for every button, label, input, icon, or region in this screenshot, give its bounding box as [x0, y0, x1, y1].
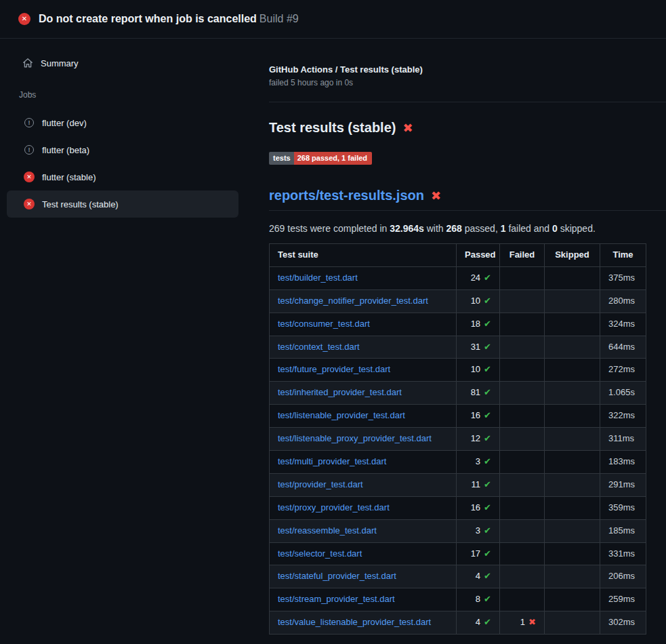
passed-count: 3 — [476, 525, 480, 536]
sidebar-job-item[interactable]: flutter (dev) — [7, 109, 238, 136]
failed-cell — [500, 451, 545, 474]
failed-cell — [500, 336, 545, 359]
test-suite-link[interactable]: test/reassemble_test.dart — [278, 525, 377, 536]
test-suite-link[interactable]: test/stream_provider_test.dart — [278, 594, 395, 604]
skipped-cell — [545, 313, 600, 336]
table-row: test/consumer_test.dart 18 324ms — [270, 313, 646, 336]
passed-count: 12 — [471, 433, 480, 443]
main-content: GitHub Actions / Test results (stable) f… — [251, 39, 666, 644]
sidebar-job-item[interactable]: Test results (stable) — [7, 190, 238, 218]
failed-cell — [500, 473, 545, 496]
suite-cell: test/proxy_provider_test.dart — [270, 496, 457, 519]
skipped-cell — [545, 496, 600, 519]
suite-cell: test/consumer_test.dart — [270, 313, 457, 336]
sidebar: Summary Jobs flutter (dev) flutter (beta… — [0, 39, 251, 218]
col-header-failed: Failed — [500, 244, 545, 267]
run-header: Do not create report when job is cancell… — [0, 0, 666, 39]
time-cell: 331ms — [600, 542, 646, 565]
page-layout: Summary Jobs flutter (dev) flutter (beta… — [0, 39, 666, 644]
failed-cell — [500, 359, 545, 382]
badge-value: 268 passed, 1 failed — [294, 152, 372, 165]
test-suite-link[interactable]: test/multi_provider_test.dart — [278, 456, 386, 466]
time-cell: 259ms — [600, 588, 646, 611]
jobs-section-label: Jobs — [19, 90, 238, 100]
test-suite-link[interactable]: test/consumer_test.dart — [278, 319, 370, 329]
sidebar-job-item[interactable]: flutter (stable) — [7, 163, 238, 190]
suite-cell: test/provider_test.dart — [270, 473, 457, 496]
test-suite-link[interactable]: test/change_notifier_provider_test.dart — [278, 296, 428, 306]
time-cell: 311ms — [600, 428, 646, 451]
passed-count: 24 — [471, 273, 480, 283]
check-icon — [484, 594, 491, 604]
passed-count: 81 — [471, 387, 480, 397]
x-circle-icon — [24, 172, 35, 182]
passed-cell: 10 — [457, 359, 500, 382]
section-title: Test results (stable) — [269, 120, 666, 136]
table-row: test/stateful_provider_test.dart 4 206ms — [270, 565, 646, 588]
check-icon — [484, 617, 491, 627]
table-row: test/multi_provider_test.dart 3 183ms — [270, 451, 646, 474]
test-suite-link[interactable]: test/value_listenable_provider_test.dart — [278, 617, 431, 627]
test-suite-link[interactable]: test/future_provider_test.dart — [278, 364, 390, 374]
table-row: test/change_notifier_provider_test.dart … — [270, 289, 646, 313]
failed-cell: 1 — [500, 611, 545, 635]
passed-count: 31 — [471, 342, 480, 352]
test-suite-link[interactable]: test/builder_test.dart — [278, 273, 358, 283]
summary-text-part: failed and — [506, 223, 553, 234]
test-suite-link[interactable]: test/selector_test.dart — [278, 548, 362, 559]
failed-x-icon — [402, 122, 413, 134]
report-link[interactable]: reports/test-results.json — [269, 188, 424, 203]
table-row: test/selector_test.dart 17 331ms — [270, 542, 646, 565]
time-cell: 206ms — [600, 565, 646, 588]
failed-cell — [500, 428, 545, 451]
passed-count: 4 — [476, 617, 480, 627]
check-icon — [484, 364, 491, 374]
skipped-cell — [545, 473, 600, 496]
passed-cell: 17 — [457, 542, 500, 565]
table-row: test/context_test.dart 31 644ms — [270, 336, 646, 359]
suite-cell: test/listenable_proxy_provider_test.dart — [270, 428, 457, 451]
sidebar-item-summary[interactable]: Summary — [7, 51, 238, 75]
suite-cell: test/future_provider_test.dart — [270, 359, 457, 382]
passed-cell: 3 — [457, 519, 500, 542]
check-icon — [484, 456, 491, 466]
time-cell: 1.065s — [600, 382, 646, 405]
test-suite-link[interactable]: test/stateful_provider_test.dart — [278, 571, 396, 581]
table-row: test/inherited_provider_test.dart 81 1.0… — [270, 382, 646, 405]
test-suite-link[interactable]: test/inherited_provider_test.dart — [278, 387, 402, 397]
check-icon — [484, 296, 491, 306]
tests-badge: tests 268 passed, 1 failed — [269, 152, 372, 165]
time-cell: 291ms — [600, 473, 646, 496]
suite-cell: test/change_notifier_provider_test.dart — [270, 289, 457, 313]
summary-text-part: with — [424, 223, 446, 234]
passed-cell: 3 — [457, 451, 500, 474]
report-heading: reports/test-results.json — [269, 188, 666, 211]
passed-count: 17 — [471, 548, 480, 559]
suite-cell: test/inherited_provider_test.dart — [270, 382, 457, 405]
passed-cell: 11 — [457, 473, 500, 496]
badge-label: tests — [269, 152, 294, 165]
results-summary: 269 tests were completed in 32.964s with… — [269, 223, 666, 234]
passed-cell: 24 — [457, 266, 500, 289]
summary-text-part: 269 tests were completed in — [269, 223, 390, 234]
job-status-icon — [24, 117, 35, 128]
check-icon — [484, 525, 491, 536]
check-icon — [484, 433, 491, 443]
table-header-row: Test suite Passed Failed Skipped Time — [270, 244, 646, 267]
skipped-cell — [545, 266, 600, 289]
test-suite-link[interactable]: test/context_test.dart — [278, 342, 360, 352]
check-icon — [484, 387, 491, 397]
test-suite-link[interactable]: test/listenable_provider_test.dart — [278, 410, 405, 420]
test-suite-link[interactable]: test/provider_test.dart — [278, 479, 363, 489]
test-suite-link[interactable]: test/proxy_provider_test.dart — [278, 502, 390, 512]
test-suite-link[interactable]: test/listenable_proxy_provider_test.dart — [278, 433, 432, 443]
breadcrumb: GitHub Actions / Test results (stable) — [269, 64, 666, 75]
time-cell: 280ms — [600, 289, 646, 313]
failed-cell — [500, 565, 545, 588]
check-icon — [484, 273, 491, 283]
check-icon — [484, 571, 491, 581]
check-icon — [484, 319, 491, 329]
time-cell: 185ms — [600, 519, 646, 542]
sidebar-job-item[interactable]: flutter (beta) — [7, 136, 238, 163]
job-label: flutter (beta) — [42, 145, 89, 155]
